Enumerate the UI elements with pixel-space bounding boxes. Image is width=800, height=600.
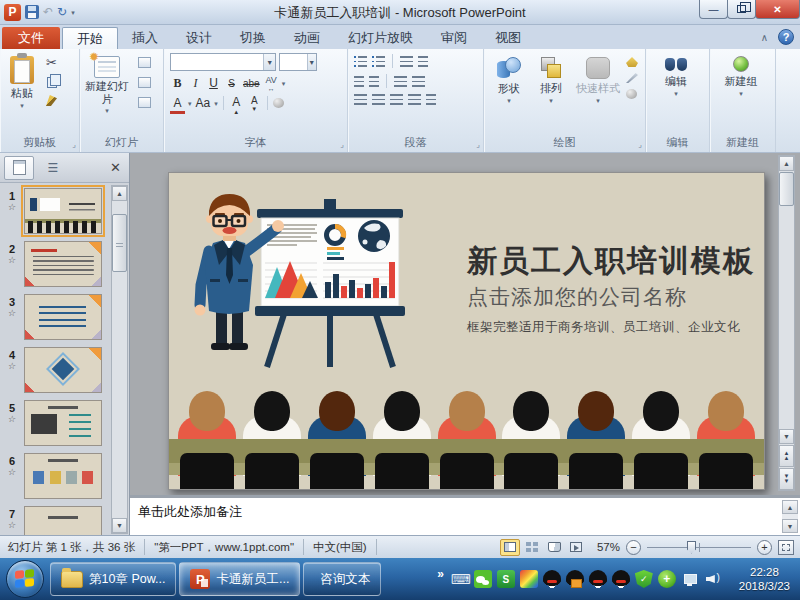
justify-icon[interactable] [408, 94, 421, 105]
text-direction-icon[interactable] [418, 56, 428, 67]
taskbar-clock[interactable]: 22:28 2018/3/23 [727, 565, 800, 593]
slide-thumbnail-row[interactable]: 1 ☆ [0, 188, 110, 234]
qq-icon[interactable] [589, 570, 607, 588]
zoom-slider[interactable] [647, 540, 751, 555]
reset-icon[interactable] [138, 77, 151, 88]
panel-scroll-down-icon[interactable]: ▼ [112, 518, 127, 533]
taskbar-button[interactable]: 第10章 Pow... [50, 562, 176, 596]
slide-sorter-button[interactable] [522, 539, 542, 556]
minimize-button[interactable]: — [699, 0, 728, 19]
italic-button[interactable]: I [188, 75, 203, 91]
layout-icon[interactable] [138, 57, 151, 68]
decrease-indent-icon[interactable] [354, 76, 364, 87]
slide-count-status[interactable]: 幻灯片 第 1 张，共 36 张 [0, 540, 135, 555]
zoom-out-button[interactable]: − [626, 540, 641, 555]
clear-formatting-icon[interactable] [273, 98, 284, 108]
char-spacing-button[interactable]: AV↔ [264, 75, 279, 91]
columns-icon[interactable] [394, 76, 407, 87]
collapse-ribbon-icon[interactable]: ∧ [761, 32, 768, 43]
ribbon-tab[interactable]: 幻灯片放映 [334, 27, 427, 49]
theme-status[interactable]: "第一PPT，www.1ppt.com" [154, 540, 294, 555]
copy-icon[interactable] [47, 77, 57, 88]
qq-icon[interactable] [543, 570, 561, 588]
panel-close-icon[interactable]: ✕ [110, 160, 125, 175]
reading-view-button[interactable] [544, 539, 564, 556]
new-group-button[interactable]: 新建组 ▾ [710, 52, 772, 96]
font-dialog-launcher-icon[interactable]: ⌟ [340, 140, 344, 149]
shape-fill-icon[interactable] [626, 57, 638, 67]
keyboard-icon[interactable] [451, 570, 469, 588]
font-color-button[interactable]: A [170, 95, 185, 111]
rainbow-icon[interactable] [520, 570, 538, 588]
language-status[interactable]: 中文(中国) [313, 540, 367, 555]
panel-scroll-thumb[interactable] [112, 214, 127, 272]
tab-slides[interactable] [4, 156, 34, 180]
shape-effects-icon[interactable] [626, 89, 637, 99]
panel-scrollbar[interactable]: ▲ ▼ [111, 185, 128, 534]
editor-scroll-thumb[interactable] [779, 172, 794, 206]
align-text-icon[interactable] [412, 76, 425, 87]
qq-icon[interactable] [612, 570, 630, 588]
notes-scroll-down-icon[interactable]: ▼ [782, 519, 798, 533]
safe360-icon[interactable] [658, 570, 676, 588]
font-name-input[interactable] [171, 54, 263, 70]
section-icon[interactable] [138, 97, 151, 108]
new-slide-button[interactable]: 新建幻灯片 ▾ [80, 52, 134, 113]
slide-thumbnail-row[interactable]: 4 ☆ [0, 347, 110, 393]
slide-thumbnail[interactable] [24, 347, 102, 393]
tab-outline[interactable]: ☰ [38, 156, 68, 180]
start-button[interactable] [6, 560, 44, 598]
font-size-dropdown-icon[interactable]: ▼ [307, 54, 316, 70]
close-button[interactable]: ✕ [755, 0, 800, 19]
ribbon-tab[interactable]: 插入 [118, 27, 172, 49]
restore-button[interactable] [727, 0, 756, 19]
slide-caption[interactable]: 框架完整适用于商务培训、员工培训、企业文化 [467, 319, 740, 336]
slide-thumbnail-row[interactable]: 2 ☆ [0, 241, 110, 287]
drawing-dialog-launcher-icon[interactable]: ⌟ [638, 140, 642, 149]
wechat-icon[interactable] [474, 570, 492, 588]
fit-to-window-button[interactable] [778, 540, 794, 555]
zoom-level[interactable]: 57% [592, 541, 620, 553]
font-name-combo[interactable]: ▼ [170, 53, 276, 71]
notes-scroll-up-icon[interactable]: ▲ [782, 500, 798, 514]
slide-canvas[interactable]: 新员工入职培训模板 点击添加您的公司名称 框架完整适用于商务培训、员工培训、企业… [168, 172, 765, 490]
ribbon-tab[interactable]: 切换 [226, 27, 280, 49]
editor-scroll-down-icon[interactable]: ▼ [779, 429, 794, 444]
normal-view-button[interactable] [500, 539, 520, 556]
paragraph-dialog-launcher-icon[interactable]: ⌟ [476, 140, 480, 149]
grow-font-button[interactable]: A▲ [229, 95, 244, 111]
slide-editor[interactable]: 新员工入职培训模板 点击添加您的公司名称 框架完整适用于商务培训、员工培训、企业… [130, 153, 800, 495]
zoom-in-button[interactable]: + [757, 540, 772, 555]
slide-subtitle[interactable]: 点击添加您的公司名称 [467, 283, 687, 311]
shape-outline-icon[interactable] [626, 73, 638, 83]
font-size-combo[interactable]: ▼ [279, 53, 317, 71]
slide-thumbnail[interactable] [24, 241, 102, 287]
numbering-icon[interactable] [372, 56, 385, 67]
underline-button[interactable]: U [206, 75, 221, 91]
slide-thumbnail[interactable] [24, 453, 102, 499]
smartart-convert-icon[interactable] [426, 94, 436, 105]
format-painter-icon[interactable] [46, 95, 57, 106]
slide-title[interactable]: 新员工入职培训模板 [467, 241, 755, 282]
slide-thumbnail-row[interactable]: 3 ☆ [0, 294, 110, 340]
editing-button[interactable]: 编辑 ▾ [646, 52, 706, 96]
paste-button[interactable]: 粘贴 ▾ [0, 52, 44, 108]
shrink-font-button[interactable]: A▼ [247, 95, 262, 111]
slideshow-button[interactable] [566, 539, 586, 556]
slide-thumbnail-row[interactable]: 5 ☆ [0, 400, 110, 446]
slide-thumbnail[interactable] [24, 506, 102, 535]
sogou-icon[interactable] [497, 570, 515, 588]
increase-indent-icon[interactable] [369, 76, 379, 87]
notes-scrollbar[interactable]: ▲ ▼ [782, 500, 798, 533]
panel-scroll-up-icon[interactable]: ▲ [112, 186, 127, 201]
font-size-input[interactable] [280, 54, 307, 70]
taskbar-button[interactable]: 咨询文本 [303, 562, 381, 596]
slide-thumbnail-row[interactable]: 6 ☆ [0, 453, 110, 499]
align-center-icon[interactable] [372, 94, 385, 105]
qq-briefcase-icon[interactable] [566, 570, 584, 588]
font-name-dropdown-icon[interactable]: ▼ [263, 54, 275, 70]
network-icon[interactable] [681, 570, 699, 588]
line-spacing-icon[interactable] [400, 56, 413, 67]
notes-placeholder[interactable]: 单击此处添加备注 [138, 503, 242, 521]
zoom-slider-thumb[interactable] [687, 541, 696, 554]
